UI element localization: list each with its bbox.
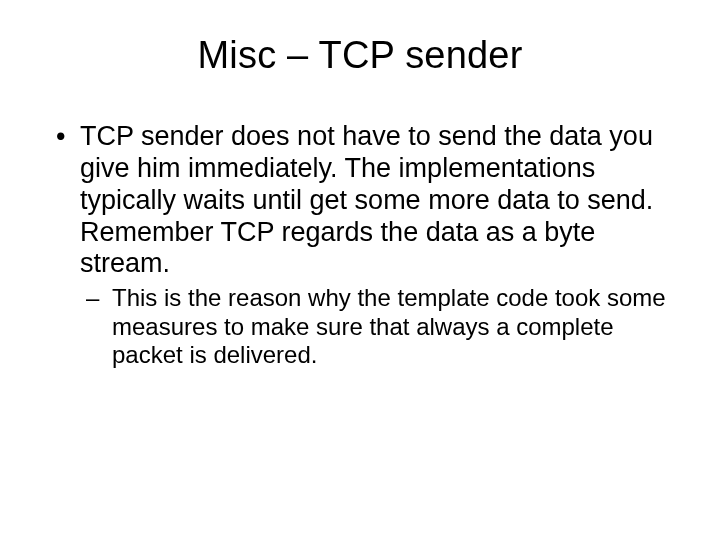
bullet-list-level-1: TCP sender does not have to send the dat…: [50, 121, 670, 369]
slide: Misc – TCP sender TCP sender does not ha…: [0, 0, 720, 540]
slide-title: Misc – TCP sender: [40, 34, 680, 77]
sub-bullet-text: This is the reason why the template code…: [112, 284, 666, 368]
slide-content: TCP sender does not have to send the dat…: [40, 121, 680, 369]
sub-bullet-item: This is the reason why the template code…: [80, 284, 670, 369]
bullet-item: TCP sender does not have to send the dat…: [50, 121, 670, 369]
bullet-list-level-2: This is the reason why the template code…: [80, 284, 670, 369]
bullet-text: TCP sender does not have to send the dat…: [80, 121, 653, 278]
